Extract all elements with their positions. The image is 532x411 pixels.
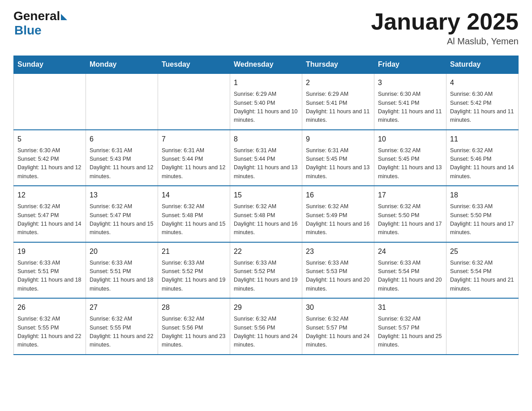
calendar-cell: 8Sunrise: 6:31 AM Sunset: 5:44 PM Daylig… [230, 130, 302, 186]
day-number: 26 [17, 302, 82, 313]
day-number: 20 [90, 246, 154, 257]
day-number: 21 [162, 246, 226, 257]
day-info: Sunrise: 6:32 AM Sunset: 5:55 PM Dayligh… [17, 315, 82, 350]
page-header: General Blue January 2025 Al Maslub, Yem… [13, 9, 519, 47]
calendar-table: SundayMondayTuesdayWednesdayThursdayFrid… [13, 56, 519, 355]
day-info: Sunrise: 6:29 AM Sunset: 5:40 PM Dayligh… [234, 90, 298, 125]
weekday-header-row: SundayMondayTuesdayWednesdayThursdayFrid… [14, 56, 519, 74]
day-info: Sunrise: 6:30 AM Sunset: 5:42 PM Dayligh… [450, 90, 515, 125]
title-section: January 2025 Al Maslub, Yemen [371, 9, 519, 47]
day-number: 7 [162, 134, 226, 145]
calendar-cell: 21Sunrise: 6:33 AM Sunset: 5:52 PM Dayli… [158, 242, 230, 299]
day-info: Sunrise: 6:31 AM Sunset: 5:44 PM Dayligh… [234, 146, 298, 181]
calendar-cell: 12Sunrise: 6:32 AM Sunset: 5:47 PM Dayli… [14, 186, 86, 242]
calendar-cell: 9Sunrise: 6:31 AM Sunset: 5:45 PM Daylig… [302, 130, 374, 186]
calendar-cell: 4Sunrise: 6:30 AM Sunset: 5:42 PM Daylig… [446, 73, 519, 130]
day-number: 24 [378, 246, 442, 257]
calendar-cell: 30Sunrise: 6:32 AM Sunset: 5:57 PM Dayli… [302, 298, 374, 355]
day-info: Sunrise: 6:32 AM Sunset: 5:45 PM Dayligh… [378, 146, 442, 181]
day-number: 8 [234, 134, 298, 145]
day-number: 27 [90, 302, 154, 313]
weekday-header-thursday: Thursday [302, 56, 374, 74]
logo-general-text: General [13, 9, 60, 23]
day-info: Sunrise: 6:29 AM Sunset: 5:41 PM Dayligh… [306, 90, 370, 125]
day-number: 9 [306, 134, 370, 145]
day-info: Sunrise: 6:32 AM Sunset: 5:47 PM Dayligh… [17, 202, 82, 237]
calendar-cell: 18Sunrise: 6:33 AM Sunset: 5:50 PM Dayli… [446, 186, 519, 242]
calendar-cell: 19Sunrise: 6:33 AM Sunset: 5:51 PM Dayli… [14, 242, 86, 299]
day-number: 13 [90, 190, 154, 201]
weekday-header-tuesday: Tuesday [158, 56, 230, 74]
calendar-cell: 2Sunrise: 6:29 AM Sunset: 5:41 PM Daylig… [302, 73, 374, 130]
calendar-week-row: 19Sunrise: 6:33 AM Sunset: 5:51 PM Dayli… [14, 242, 519, 299]
day-info: Sunrise: 6:30 AM Sunset: 5:42 PM Dayligh… [17, 146, 82, 181]
day-number: 29 [234, 302, 298, 313]
weekday-header-saturday: Saturday [446, 56, 519, 74]
weekday-header-friday: Friday [374, 56, 446, 74]
calendar-cell: 3Sunrise: 6:30 AM Sunset: 5:41 PM Daylig… [374, 73, 446, 130]
day-number: 1 [234, 77, 298, 88]
day-number: 5 [17, 134, 82, 145]
day-info: Sunrise: 6:32 AM Sunset: 5:57 PM Dayligh… [378, 315, 442, 350]
logo-arrow-icon [61, 14, 67, 20]
calendar-cell: 31Sunrise: 6:32 AM Sunset: 5:57 PM Dayli… [374, 298, 446, 355]
day-info: Sunrise: 6:31 AM Sunset: 5:43 PM Dayligh… [90, 146, 154, 181]
day-number: 30 [306, 302, 370, 313]
day-info: Sunrise: 6:32 AM Sunset: 5:57 PM Dayligh… [306, 315, 370, 350]
day-info: Sunrise: 6:32 AM Sunset: 5:48 PM Dayligh… [162, 202, 226, 237]
calendar-cell: 23Sunrise: 6:33 AM Sunset: 5:53 PM Dayli… [302, 242, 374, 299]
day-number: 28 [162, 302, 226, 313]
calendar-cell [86, 73, 158, 130]
day-info: Sunrise: 6:32 AM Sunset: 5:46 PM Dayligh… [450, 146, 515, 181]
calendar-cell: 16Sunrise: 6:32 AM Sunset: 5:49 PM Dayli… [302, 186, 374, 242]
day-number: 10 [378, 134, 442, 145]
logo: General Blue [13, 9, 67, 38]
calendar-cell: 22Sunrise: 6:33 AM Sunset: 5:52 PM Dayli… [230, 242, 302, 299]
logo-blue-text: Blue [14, 23, 42, 38]
calendar-week-row: 1Sunrise: 6:29 AM Sunset: 5:40 PM Daylig… [14, 73, 519, 130]
day-number: 4 [450, 77, 515, 88]
calendar-cell [446, 298, 519, 355]
calendar-cell: 15Sunrise: 6:32 AM Sunset: 5:48 PM Dayli… [230, 186, 302, 242]
day-info: Sunrise: 6:32 AM Sunset: 5:48 PM Dayligh… [234, 202, 298, 237]
day-number: 15 [234, 190, 298, 201]
calendar-cell: 10Sunrise: 6:32 AM Sunset: 5:45 PM Dayli… [374, 130, 446, 186]
day-number: 16 [306, 190, 370, 201]
day-number: 19 [17, 246, 82, 257]
day-info: Sunrise: 6:33 AM Sunset: 5:53 PM Dayligh… [306, 259, 370, 294]
day-number: 22 [234, 246, 298, 257]
day-info: Sunrise: 6:32 AM Sunset: 5:55 PM Dayligh… [90, 315, 154, 350]
day-info: Sunrise: 6:30 AM Sunset: 5:41 PM Dayligh… [378, 90, 442, 125]
day-number: 11 [450, 134, 515, 145]
day-number: 18 [450, 190, 515, 201]
day-number: 25 [450, 246, 515, 257]
calendar-week-row: 5Sunrise: 6:30 AM Sunset: 5:42 PM Daylig… [14, 130, 519, 186]
day-info: Sunrise: 6:32 AM Sunset: 5:54 PM Dayligh… [450, 259, 515, 294]
day-info: Sunrise: 6:32 AM Sunset: 5:56 PM Dayligh… [162, 315, 226, 350]
weekday-header-wednesday: Wednesday [230, 56, 302, 74]
calendar-cell: 13Sunrise: 6:32 AM Sunset: 5:47 PM Dayli… [86, 186, 158, 242]
day-number: 12 [17, 190, 82, 201]
calendar-cell: 20Sunrise: 6:33 AM Sunset: 5:51 PM Dayli… [86, 242, 158, 299]
day-number: 31 [378, 302, 442, 313]
day-info: Sunrise: 6:32 AM Sunset: 5:56 PM Dayligh… [234, 315, 298, 350]
calendar-cell [14, 73, 86, 130]
calendar-cell: 26Sunrise: 6:32 AM Sunset: 5:55 PM Dayli… [14, 298, 86, 355]
calendar-cell: 24Sunrise: 6:33 AM Sunset: 5:54 PM Dayli… [374, 242, 446, 299]
calendar-cell [158, 73, 230, 130]
calendar-cell: 14Sunrise: 6:32 AM Sunset: 5:48 PM Dayli… [158, 186, 230, 242]
day-info: Sunrise: 6:32 AM Sunset: 5:49 PM Dayligh… [306, 202, 370, 237]
day-number: 17 [378, 190, 442, 201]
day-info: Sunrise: 6:33 AM Sunset: 5:52 PM Dayligh… [234, 259, 298, 294]
day-info: Sunrise: 6:31 AM Sunset: 5:45 PM Dayligh… [306, 146, 370, 181]
calendar-cell: 11Sunrise: 6:32 AM Sunset: 5:46 PM Dayli… [446, 130, 519, 186]
day-info: Sunrise: 6:31 AM Sunset: 5:44 PM Dayligh… [162, 146, 226, 181]
calendar-cell: 6Sunrise: 6:31 AM Sunset: 5:43 PM Daylig… [86, 130, 158, 186]
day-number: 3 [378, 77, 442, 88]
calendar-cell: 29Sunrise: 6:32 AM Sunset: 5:56 PM Dayli… [230, 298, 302, 355]
day-info: Sunrise: 6:33 AM Sunset: 5:51 PM Dayligh… [90, 259, 154, 294]
day-info: Sunrise: 6:33 AM Sunset: 5:51 PM Dayligh… [17, 259, 82, 294]
calendar-cell: 25Sunrise: 6:32 AM Sunset: 5:54 PM Dayli… [446, 242, 519, 299]
weekday-header-sunday: Sunday [14, 56, 86, 74]
calendar-cell: 5Sunrise: 6:30 AM Sunset: 5:42 PM Daylig… [14, 130, 86, 186]
